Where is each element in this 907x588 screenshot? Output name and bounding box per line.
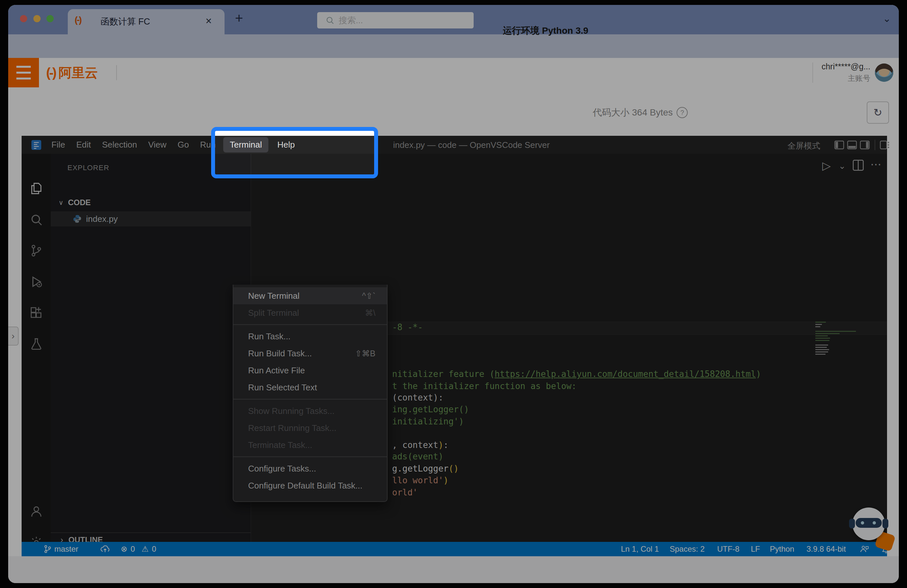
code-line-fragment: t the initializer function as below:	[392, 381, 577, 391]
accounts-icon[interactable]	[29, 505, 43, 518]
tab-favicon: (-)	[75, 15, 81, 25]
toggle-secondary-sidebar-icon[interactable]	[860, 140, 870, 150]
encoding-item[interactable]: UTF-8	[717, 542, 739, 556]
browser-window: (-) 函数计算 FC ✕ + ⌄ ← → ↻ ⌂ fcnext.console…	[8, 5, 899, 583]
tab-title: 函数计算 FC	[101, 16, 150, 27]
account-info[interactable]: chri*****@g... 主账号	[818, 62, 870, 83]
minimap-line	[816, 349, 829, 350]
testing-flask-icon[interactable]	[29, 337, 43, 351]
tab-close-icon[interactable]: ✕	[205, 16, 212, 26]
language-mode-item[interactable]: Python	[770, 542, 795, 556]
minimap-line	[816, 340, 829, 341]
minimap-line	[816, 354, 825, 355]
console-hamburger-button[interactable]	[8, 58, 39, 87]
code-line-fragment: nitializer feature (https://help.aliyun.…	[392, 369, 761, 379]
menu-help[interactable]: Help	[272, 140, 300, 150]
minimap-line	[816, 347, 827, 348]
menu-item-new-terminal[interactable]: New Terminal^⇧`	[233, 287, 387, 304]
menu-edit[interactable]: Edit	[71, 140, 96, 150]
menu-selection[interactable]: Selection	[96, 140, 143, 150]
minimap-line	[816, 324, 822, 325]
indentation-item[interactable]: Spaces: 2	[670, 542, 705, 556]
run-debug-icon[interactable]	[29, 275, 43, 288]
source-control-icon[interactable]	[29, 244, 43, 258]
console-search[interactable]: 搜索...	[317, 12, 474, 29]
code-line-fragment: initializing')	[392, 417, 464, 426]
header-divider	[116, 65, 117, 80]
extensions-icon[interactable]	[29, 306, 43, 320]
eol-item[interactable]: LF	[751, 542, 760, 556]
code-line-fragment: (context):	[392, 393, 444, 402]
run-dropdown-chevron-icon[interactable]: ⌄	[838, 161, 846, 171]
git-branch-item[interactable]: master	[43, 542, 78, 556]
explorer-section-code[interactable]: ∨ CODE	[51, 195, 251, 210]
errors-icon: ⊗	[121, 545, 127, 554]
info-icon[interactable]: ?	[676, 107, 688, 118]
minimap[interactable]	[816, 322, 858, 356]
code-line-fragment: -8 -*-	[392, 322, 423, 332]
menu-view[interactable]: View	[143, 140, 172, 150]
new-tab-button[interactable]: +	[235, 10, 243, 26]
window-close-button[interactable]	[20, 15, 27, 22]
terminal-menu: New Terminal^⇧`Split Terminal⌘\Run Task.…	[233, 285, 388, 502]
menu-item-configure-default-build-task[interactable]: Configure Default Build Task...	[233, 477, 387, 494]
customize-layout-icon[interactable]	[880, 140, 889, 150]
menu-item-restart-running-task: Restart Running Task...	[233, 420, 387, 436]
run-python-file-button[interactable]: ▷	[822, 159, 831, 172]
sync-changes-item[interactable]	[100, 542, 110, 556]
toggle-panel-icon[interactable]	[847, 140, 857, 150]
aliyun-logo[interactable]: (-) 阿里云	[46, 58, 98, 87]
menu-item-run-selected-text[interactable]: Run Selected Text	[233, 379, 387, 396]
screen: (-) 函数计算 FC ✕ + ⌄ ← → ↻ ⌂ fcnext.console…	[0, 0, 907, 588]
explorer-icon[interactable]	[29, 182, 43, 195]
page-footer-strip	[8, 556, 899, 583]
menu-go[interactable]: Go	[172, 140, 195, 150]
minimap-line	[816, 326, 820, 327]
tab-list-chevron-icon[interactable]: ⌄	[883, 13, 891, 24]
problems-item[interactable]: ⊗0 ⚠0	[121, 542, 156, 556]
cloud-upload-icon	[100, 545, 110, 554]
browser-tab[interactable]: (-) 函数计算 FC ✕	[68, 9, 224, 34]
menu-item-configure-tasks[interactable]: Configure Tasks...	[233, 460, 387, 477]
menu-run[interactable]: Run	[194, 140, 221, 150]
menu-terminal[interactable]: Terminal	[223, 137, 268, 152]
menu-separator	[233, 399, 387, 399]
refresh-button[interactable]: ↻	[867, 101, 889, 124]
code-line-fragment: llo world')	[392, 476, 449, 485]
menu-item-run-task[interactable]: Run Task...	[233, 328, 387, 345]
menu-item-run-active-file[interactable]: Run Active File	[233, 362, 387, 379]
header-divider	[812, 62, 813, 83]
branch-icon	[43, 545, 52, 554]
window-minimize-button[interactable]	[34, 15, 41, 22]
code-size-label: 代码大小 364 Bytes ?	[593, 106, 688, 119]
expand-panel-toggle[interactable]: ›	[8, 327, 19, 346]
activity-bar	[22, 154, 51, 542]
fullscreen-label[interactable]: 全屏模式	[788, 140, 820, 151]
hamburger-line	[16, 78, 31, 80]
python-version-item[interactable]: 3.9.8 64-bit	[806, 542, 846, 556]
search-icon[interactable]	[29, 213, 43, 226]
menu-item-run-build-task[interactable]: Run Build Task...⇧⌘B	[233, 345, 387, 362]
runtime-label: 运行环境 Python 3.9	[503, 24, 588, 37]
code-line-fragment: ing.getLogger()	[392, 404, 469, 414]
code-line-fragment: g.getLogger()	[392, 464, 459, 473]
user-avatar[interactable]	[875, 64, 893, 82]
hamburger-line	[16, 72, 31, 74]
robot-eye	[873, 521, 876, 524]
toggle-sidebar-icon[interactable]	[834, 140, 844, 150]
browser-toolbar: ← → ↻ ⌂ fcnext.console.aliyun.com/cn-han…	[8, 34, 899, 58]
file-name: index.py	[86, 214, 118, 224]
hamburger-line	[16, 66, 31, 68]
cursor-position-item[interactable]: Ln 1, Col 1	[621, 542, 659, 556]
menu-item-terminate-task: Terminate Task...	[233, 436, 387, 453]
menu-shortcut: ⇧⌘B	[355, 349, 375, 358]
menu-separator	[233, 457, 387, 457]
editor-more-actions-icon[interactable]: ⋯	[870, 158, 881, 171]
menubar-divider	[875, 140, 875, 150]
console-header: (-) 阿里云 工作台 华东1（杭州） ∨ 搜索... 费用 ICP 备案 企业…	[8, 58, 899, 87]
file-item-indexpy[interactable]: index.py	[51, 211, 251, 226]
split-editor-icon[interactable]	[853, 160, 864, 171]
menu-file[interactable]: File	[46, 140, 71, 150]
window-zoom-button[interactable]	[46, 15, 54, 22]
assistant-robot-widget[interactable]	[848, 505, 897, 554]
